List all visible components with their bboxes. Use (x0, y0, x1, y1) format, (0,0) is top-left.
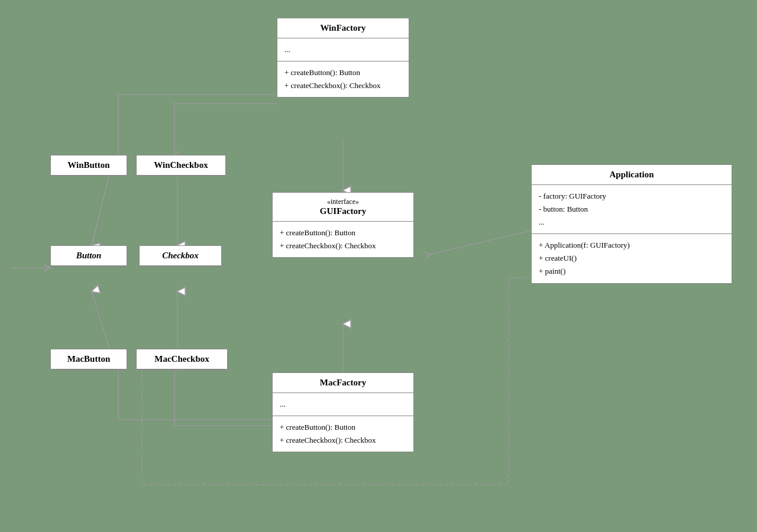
macfactory-to-maccheckbox-arrow (174, 366, 277, 426)
winfactory-to-wincheckbox-arrow (174, 103, 277, 155)
macbutton-to-button-arrow (92, 291, 109, 349)
macfactory-to-macbutton-arrow (118, 366, 277, 420)
macfactory-section1: ... (273, 393, 413, 416)
macfactory-section2: + createButton(): Button + createCheckbo… (273, 416, 413, 452)
winfactory-box: WinFactory ... + createButton(): Button … (277, 18, 409, 98)
winbutton-to-button-arrow (92, 174, 109, 245)
winfactory-title: WinFactory (277, 18, 409, 38)
application-section2: + Application(f: GUIFactory) + createUI(… (532, 234, 732, 283)
wincheckbox-title: WinCheckbox (137, 155, 225, 176)
winfactory-section1: ... (277, 38, 409, 61)
application-section1: - factory: GUIFactory - button: Button .… (532, 185, 732, 234)
guifactory-box: «interface» GUIFactory + createButton():… (272, 192, 414, 258)
application-title: Application (532, 165, 732, 185)
guifactory-section1: + createButton(): Button + createCheckbo… (273, 222, 413, 257)
winbutton-box: WinButton (50, 155, 127, 176)
button-box: Button (50, 245, 127, 267)
winbutton-title: WinButton (51, 155, 127, 176)
checkbox-title: Checkbox (140, 246, 221, 266)
diagram-container: WinFactory ... + createButton(): Button … (0, 0, 757, 532)
guifactory-title: «interface» GUIFactory (273, 193, 413, 222)
macfactory-title: MacFactory (273, 373, 413, 393)
maccheckbox-title: MacCheckbox (137, 349, 227, 369)
macbutton-title: MacButton (51, 349, 127, 369)
macfactory-box: MacFactory ... + createButton(): Button … (272, 372, 414, 452)
macbutton-box: MacButton (50, 349, 127, 370)
application-to-guifactory-arrow (431, 231, 531, 254)
winfactory-to-winbutton-arrow (118, 95, 277, 160)
winfactory-section2: + createButton(): Button + createCheckbo… (277, 61, 409, 97)
button-title: Button (51, 246, 127, 266)
maccheckbox-box: MacCheckbox (136, 349, 228, 370)
wincheckbox-box: WinCheckbox (136, 155, 226, 176)
checkbox-box: Checkbox (139, 245, 222, 267)
application-box: Application - factory: GUIFactory - butt… (531, 164, 732, 284)
